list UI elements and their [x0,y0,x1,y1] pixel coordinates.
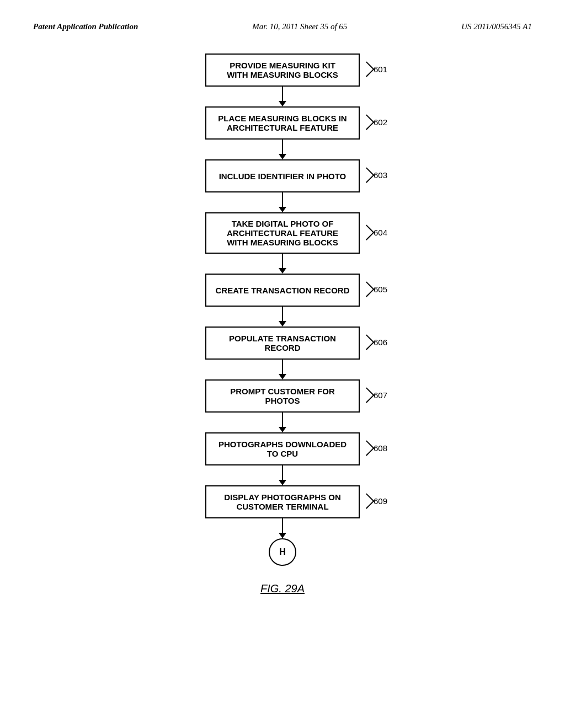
step-box-601: PROVIDE MEASURING KITWITH MEASURING BLOC… [205,53,360,87]
box-wrapper-604: TAKE DIGITAL PHOTO OFARCHITECTURAL FEATU… [205,212,360,254]
step-box-603: INCLUDE IDENTIFIER IN PHOTO [205,159,360,192]
arrow-head-6 [279,374,286,379]
box-wrapper-609: DISPLAY PHOTOGRAPHS ONCUSTOMER TERMINAL … [205,485,360,518]
arrow-4 [279,254,286,274]
step-label-609: 609 [360,496,387,507]
step-box-602: PLACE MEASURING BLOCKS INARCHITECTURAL F… [205,106,360,140]
figure-label: FIG. 29A [260,582,305,595]
terminal-symbol-H: H [269,538,296,566]
arrow-head-1 [279,101,286,106]
flow-row-601: PROVIDE MEASURING KITWITH MEASURING BLOC… [0,53,565,87]
box-wrapper-607: PROMPT CUSTOMER FOR PHOTOS 607 [205,379,360,413]
flow-row-605: CREATE TRANSACTION RECORD 605 [0,274,565,307]
step-label-602: 602 [360,117,387,129]
flow-row-603: INCLUDE IDENTIFIER IN PHOTO 603 [0,159,565,192]
arrow-5 [279,307,286,326]
arrow-2 [279,140,286,159]
arrow-line-4 [282,254,283,268]
step-label-605: 605 [360,285,387,296]
step-box-606: POPULATE TRANSACTION RECORD [205,326,360,360]
arrow-3 [279,192,286,212]
box-wrapper-605: CREATE TRANSACTION RECORD 605 [205,274,360,307]
arrow-head-4 [279,268,286,274]
flow-row-606: POPULATE TRANSACTION RECORD 606 [0,326,565,360]
box-wrapper-602: PLACE MEASURING BLOCKS INARCHITECTURAL F… [205,106,360,140]
step-label-607: 607 [360,390,387,402]
flow-row-602: PLACE MEASURING BLOCKS INARCHITECTURAL F… [0,106,565,140]
step-label-601: 601 [360,65,387,76]
arrow-head-9 [279,533,286,538]
step-label-604: 604 [360,227,387,238]
arrow-line-2 [282,140,283,154]
box-wrapper-608: PHOTOGRAPHS DOWNLOADEDTO CPU 608 [205,432,360,465]
arrow-9 [279,518,286,538]
arrow-head-3 [279,207,286,212]
arrow-line-7 [282,413,283,427]
header-publication: Patent Application Publication [33,22,138,31]
arrow-head-5 [279,321,286,326]
arrow-line-5 [282,307,283,321]
arrow-7 [279,413,286,432]
step-label-606: 606 [360,338,387,349]
arrow-line-6 [282,360,283,374]
arrow-6 [279,360,286,379]
arrow-head-7 [279,427,286,432]
figure-label-text: FIG. 29A [260,582,305,595]
header-patent-number: US 2011/0056345 A1 [461,22,532,31]
step-label-603: 603 [360,170,387,181]
arrow-line-3 [282,192,283,207]
arrow-line-9 [282,518,283,533]
step-box-608: PHOTOGRAPHS DOWNLOADEDTO CPU [205,432,360,465]
flowchart-diagram: PROVIDE MEASURING KITWITH MEASURING BLOC… [0,42,565,617]
box-wrapper-606: POPULATE TRANSACTION RECORD 606 [205,326,360,360]
arrow-8 [279,465,286,485]
flow-row-607: PROMPT CUSTOMER FOR PHOTOS 607 [0,379,565,413]
flow-row-609: DISPLAY PHOTOGRAPHS ONCUSTOMER TERMINAL … [0,485,565,518]
step-box-607: PROMPT CUSTOMER FOR PHOTOS [205,379,360,413]
header-date-sheet: Mar. 10, 2011 Sheet 35 of 65 [252,22,347,31]
arrow-1 [279,87,286,106]
flow-row-608: PHOTOGRAPHS DOWNLOADEDTO CPU 608 [0,432,565,465]
flow-row-terminal: H [0,538,565,566]
flow-row-604: TAKE DIGITAL PHOTO OFARCHITECTURAL FEATU… [0,212,565,254]
arrow-line-1 [282,87,283,101]
box-wrapper-603: INCLUDE IDENTIFIER IN PHOTO 603 [205,159,360,192]
step-box-605: CREATE TRANSACTION RECORD [205,274,360,307]
step-box-609: DISPLAY PHOTOGRAPHS ONCUSTOMER TERMINAL [205,485,360,518]
arrow-head-2 [279,154,286,159]
arrow-head-8 [279,480,286,485]
step-label-608: 608 [360,443,387,454]
page-header: Patent Application Publication Mar. 10, … [0,0,565,42]
box-wrapper-601: PROVIDE MEASURING KITWITH MEASURING BLOC… [205,53,360,87]
arrow-line-8 [282,465,283,480]
step-box-604: TAKE DIGITAL PHOTO OFARCHITECTURAL FEATU… [205,212,360,254]
